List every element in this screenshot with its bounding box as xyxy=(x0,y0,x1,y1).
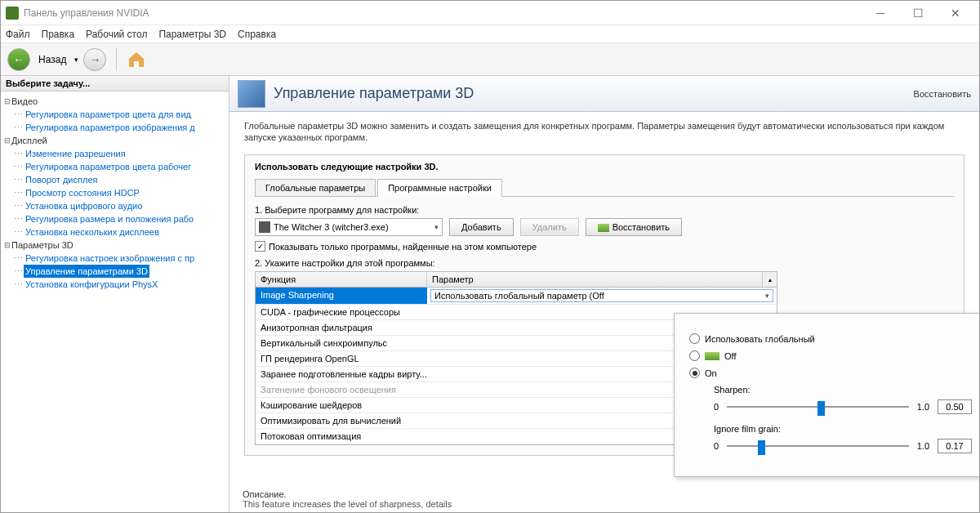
col-function[interactable]: Функция xyxy=(256,272,427,287)
restore-link[interactable]: Восстановить xyxy=(914,89,971,99)
chevron-down-icon: ▾ xyxy=(434,223,439,231)
radio-global[interactable]: Использовать глобальный xyxy=(689,333,972,344)
tree-cat-video[interactable]: Видео xyxy=(11,95,38,108)
back-label: Назад xyxy=(38,54,66,65)
panel-header: Использовать следующие настройки 3D. xyxy=(255,162,954,172)
program-combo[interactable]: The Witcher 3 (witcher3.exe) ▾ xyxy=(255,218,443,236)
tree: ⊟Видео ⋯Регулировка параметров цвета для… xyxy=(1,91,229,294)
step2-label: 2. Укажите настройки для этой программы: xyxy=(255,258,954,268)
program-icon xyxy=(259,221,270,233)
sharpen-label: Sharpen: xyxy=(714,385,972,395)
back-button[interactable]: ← xyxy=(7,48,30,71)
chevron-down-icon: ▾ xyxy=(765,292,769,300)
separator xyxy=(116,48,117,71)
menu-help[interactable]: Справка xyxy=(238,29,276,40)
home-icon[interactable] xyxy=(127,50,146,69)
window-title: Панель управления NVIDIA xyxy=(24,7,862,19)
checkbox-icon: ✓ xyxy=(255,241,265,252)
sidebar: Выберите задачу... ⊟Видео ⋯Регулировка п… xyxy=(1,76,229,512)
sharpening-popup: Использовать глобальный Off On Sharpen: … xyxy=(674,313,980,477)
nvidia-icon xyxy=(6,7,19,20)
description: Глобальные параметры 3D можно заменить и… xyxy=(244,120,964,143)
program-value: The Witcher 3 (witcher3.exe) xyxy=(274,222,434,232)
col-parameter[interactable]: Параметр xyxy=(427,272,762,287)
menu-edit[interactable]: Правка xyxy=(42,29,75,40)
tree-link[interactable]: Регулировка параметров цвета для вид xyxy=(24,108,193,121)
back-dropdown-icon[interactable]: ▾ xyxy=(74,56,78,64)
tabs: Глобальные параметры Программные настрой… xyxy=(255,178,954,197)
page-title: Управление параметрами 3D xyxy=(274,85,914,102)
menu-desktop[interactable]: Рабочий стол xyxy=(86,29,147,40)
tab-program[interactable]: Программные настройки xyxy=(377,179,502,197)
sharpen-value[interactable]: 0.50 xyxy=(938,399,972,414)
scroll-up-icon[interactable]: ▴ xyxy=(762,272,777,287)
footer-description: Описание. This feature increases the lev… xyxy=(243,489,452,509)
tree-link[interactable]: Регулировка параметров изображения д xyxy=(24,121,197,134)
minimize-button[interactable]: ─ xyxy=(862,2,899,25)
tab-global[interactable]: Глобальные параметры xyxy=(255,179,376,197)
tree-link[interactable]: Изменение разрешения xyxy=(24,147,127,160)
nvidia-logo-icon xyxy=(598,224,609,232)
tree-collapse-icon[interactable]: ⊟ xyxy=(2,239,11,252)
forward-button[interactable]: → xyxy=(83,48,106,71)
menubar: Файл Правка Рабочий стол Параметры 3D Сп… xyxy=(1,25,979,43)
tree-link[interactable]: Установка цифрового аудио xyxy=(24,199,144,212)
tree-link[interactable]: Установка конфигурации PhysX xyxy=(24,278,159,291)
content: Управление параметрами 3D Восстановить Г… xyxy=(229,76,979,512)
menu-file[interactable]: Файл xyxy=(6,29,30,40)
tree-link[interactable]: Поворот дисплея xyxy=(24,173,99,186)
tree-collapse-icon[interactable]: ⊟ xyxy=(2,134,11,147)
sharpen-slider[interactable]: 0 1.0 0.50 xyxy=(714,399,972,414)
nvidia-mini-icon xyxy=(705,352,719,360)
checkbox-label: Показывать только программы, найденные н… xyxy=(269,242,537,252)
tree-link[interactable]: Регулировка размера и положения рабо xyxy=(24,212,195,225)
tree-link[interactable]: Просмотр состояния HDCP xyxy=(24,186,141,199)
remove-button: Удалить xyxy=(520,218,579,236)
table-row[interactable]: Image Sharpening Использовать глобальный… xyxy=(256,288,777,305)
grain-value[interactable]: 0.17 xyxy=(938,439,972,453)
titlebar: Панель управления NVIDIA ─ ☐ ✕ xyxy=(1,1,979,25)
tree-link-selected[interactable]: Управление параметрами 3D xyxy=(24,265,149,278)
tree-cat-display[interactable]: Дисплей xyxy=(11,134,47,147)
radio-off[interactable]: Off xyxy=(689,350,972,361)
menu-params3d[interactable]: Параметры 3D xyxy=(158,29,226,40)
tree-collapse-icon[interactable]: ⊟ xyxy=(2,95,11,108)
add-button[interactable]: Добавить xyxy=(449,218,514,236)
toolbar: ← Назад ▾ → xyxy=(1,43,979,76)
tree-link[interactable]: Регулировка параметров цвета рабочег xyxy=(24,160,193,173)
content-header: Управление параметрами 3D Восстановить xyxy=(229,76,979,112)
show-only-checkbox[interactable]: ✓ Показывать только программы, найденные… xyxy=(255,241,954,252)
tree-link[interactable]: Установка нескольких дисплеев xyxy=(24,225,161,239)
radio-on[interactable]: On xyxy=(689,368,972,378)
sidebar-header: Выберите задачу... xyxy=(1,76,229,91)
grain-label: Ignore film grain: xyxy=(714,424,972,434)
tree-cat-params3d[interactable]: Параметры 3D xyxy=(11,239,74,252)
grain-slider[interactable]: 0 1.0 0.17 xyxy=(714,439,972,453)
restore-button[interactable]: Восстановить xyxy=(586,218,682,236)
maximize-button[interactable]: ☐ xyxy=(899,2,937,25)
tree-link[interactable]: Регулировка настроек изображения с пр xyxy=(24,252,196,265)
cube-icon xyxy=(238,80,265,108)
param-combo[interactable]: Использовать глобальный параметр (Off▾ xyxy=(430,289,773,302)
close-button[interactable]: ✕ xyxy=(937,2,974,25)
step1-label: 1. Выберите программу для настройки: xyxy=(255,205,954,215)
